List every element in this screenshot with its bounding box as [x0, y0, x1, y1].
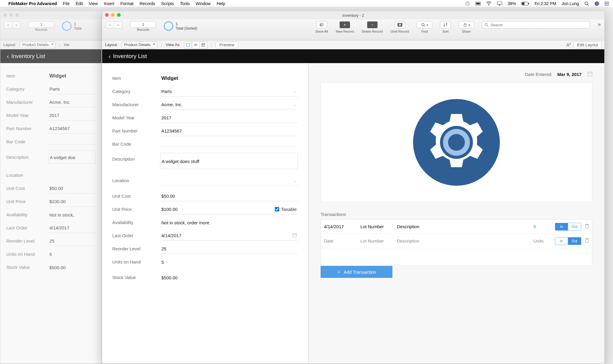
edit-layout-button[interactable]: Edit Layout — [574, 42, 601, 48]
spotlight-icon[interactable] — [584, 1, 589, 6]
timemachine-icon[interactable] — [465, 1, 470, 6]
expand-toolbar-button[interactable]: » — [598, 21, 601, 28]
svg-line-24 — [424, 25, 425, 27]
location-field[interactable]: ⌄ — [160, 176, 298, 185]
siri-icon[interactable] — [594, 1, 599, 6]
records-label: Records — [137, 28, 149, 31]
chevron-left-icon: ‹ — [7, 53, 9, 60]
battery-percent: 38% — [508, 1, 516, 6]
menu-scripts[interactable]: Scripts — [161, 1, 174, 6]
reorder-field[interactable]: 25 — [160, 243, 298, 254]
window-title: Inventory - 2 — [342, 13, 364, 18]
in-out-toggle[interactable]: In Out — [555, 223, 581, 231]
trans-desc[interactable]: Description — [397, 224, 530, 229]
svg-rect-35 — [293, 234, 296, 237]
show-all-button[interactable] — [316, 21, 327, 28]
partnumber-label: Part Number — [112, 128, 160, 133]
sort-button[interactable] — [440, 21, 451, 28]
description-label: Description — [112, 153, 160, 162]
trans-lot[interactable]: Lot Number — [360, 224, 393, 229]
svg-rect-32 — [202, 43, 205, 46]
date-entered-label: Date Entered — [525, 72, 551, 77]
unitcost-field[interactable]: $50.00 — [160, 191, 298, 201]
menu-format[interactable]: Format — [120, 1, 133, 6]
menu-view[interactable]: View — [89, 1, 98, 6]
prev-record-button[interactable]: ‹ — [4, 21, 12, 28]
battery-icon[interactable] — [521, 2, 529, 5]
chevron-left-icon: ‹ — [109, 53, 111, 60]
svg-line-27 — [487, 26, 488, 27]
description-field[interactable]: A widget does stuff — [160, 153, 298, 169]
view-table-button[interactable] — [200, 41, 207, 48]
window-controls[interactable] — [3, 13, 19, 17]
svg-point-42 — [448, 134, 465, 151]
window-controls[interactable] — [105, 13, 121, 17]
in-out-toggle[interactable]: In Out — [555, 237, 581, 245]
menu-edit[interactable]: Edit — [76, 1, 83, 6]
record-slider[interactable]: 1 — [28, 21, 54, 28]
new-record-button[interactable]: ＋ — [339, 21, 350, 28]
unitprice-field[interactable]: $100.00 Taxable — [160, 204, 298, 214]
layout-select[interactable]: Product Details — [20, 42, 56, 48]
app-name[interactable]: FileMaker Pro Advanced — [8, 1, 57, 6]
share-button[interactable]: ▾ — [459, 21, 474, 28]
trans-date[interactable]: 4/14/2017 — [324, 224, 357, 229]
view-list-button[interactable] — [192, 41, 200, 48]
item-field[interactable]: Widget — [160, 72, 298, 84]
lastorder-field[interactable]: 4/14/2017 — [160, 230, 298, 241]
category-field[interactable]: Parts⌄ — [160, 86, 298, 97]
calendar-icon[interactable] — [588, 71, 592, 77]
product-image[interactable] — [321, 83, 592, 202]
user-name[interactable]: Jon Lung — [562, 1, 579, 6]
main-toolbar: ‹› 1 Records 1Total (Sorted) Show All ＋ … — [102, 19, 604, 40]
add-transaction-button[interactable]: ＋ Add Transaction — [321, 266, 392, 278]
menu-records[interactable]: Records — [139, 1, 155, 6]
menu-tools[interactable]: Tools — [180, 1, 190, 6]
view-form-button[interactable] — [184, 41, 192, 48]
barcode-field[interactable] — [160, 141, 298, 147]
transaction-row-placeholder[interactable]: Date Lot Number Description Units In Out — [321, 234, 592, 248]
modelyear-field[interactable]: 2017 — [160, 112, 298, 123]
back-nav-bar[interactable]: ‹ Inventory List — [0, 49, 101, 63]
layout-select[interactable]: Product Details — [122, 42, 157, 48]
prev-record-button[interactable]: ‹ — [106, 21, 114, 28]
svg-point-17 — [605, 4, 605, 5]
menu-file[interactable]: File — [63, 1, 70, 6]
clock[interactable]: Fri 2:32 PM — [535, 1, 556, 6]
menu-help[interactable]: Help — [217, 1, 225, 6]
airplay-icon[interactable] — [497, 1, 502, 6]
availability-value: Not in stock, order more. — [160, 217, 298, 228]
form-panel: ItemWidget CategoryParts⌄ ManufacturerAc… — [102, 63, 309, 363]
taxable-checkbox[interactable]: Taxable — [275, 207, 297, 212]
next-record-button[interactable]: › — [114, 21, 122, 28]
trans-units[interactable]: 5 — [533, 224, 551, 229]
notification-icon[interactable] — [605, 1, 609, 6]
records-label: Records — [35, 28, 48, 31]
search-box[interactable] — [482, 21, 590, 28]
svg-rect-2 — [476, 3, 480, 4]
delete-record-button[interactable]: － — [367, 21, 378, 28]
trash-icon[interactable] — [585, 238, 589, 244]
header-nav-bar[interactable]: ‹ Inventory List — [102, 49, 604, 63]
omit-record-button[interactable] — [394, 21, 405, 28]
manufacturer-field[interactable]: Acme, Inc.⌄ — [160, 99, 298, 110]
keyboard-icon[interactable] — [475, 2, 481, 5]
background-window: ‹› 1 Records 1Total Layout: Product Deta… — [0, 11, 102, 364]
unitsonhand-label: Units on Hand — [112, 259, 160, 264]
next-record-button[interactable]: › — [12, 21, 21, 28]
wifi-icon[interactable] — [486, 1, 491, 6]
menu-window[interactable]: Window — [196, 1, 211, 6]
trash-icon[interactable] — [585, 224, 589, 229]
stockvalue-value: $500.00 — [160, 272, 298, 283]
preview-button[interactable]: Preview — [216, 42, 238, 48]
find-button[interactable]: ▾ — [417, 21, 432, 28]
format-text-icon[interactable]: Aa — [567, 42, 571, 47]
reorder-label: Reorder Level — [112, 246, 160, 251]
search-input[interactable] — [490, 23, 587, 27]
transaction-row[interactable]: 4/14/2017 Lot Number Description 5 In Ou… — [321, 220, 592, 234]
record-slider[interactable]: 1 — [130, 21, 156, 28]
unitprice-label: Unit Price — [112, 207, 160, 212]
svg-rect-6 — [522, 2, 524, 5]
partnumber-field[interactable]: A1234567 — [160, 125, 298, 136]
menu-insert[interactable]: Insert — [104, 1, 114, 6]
